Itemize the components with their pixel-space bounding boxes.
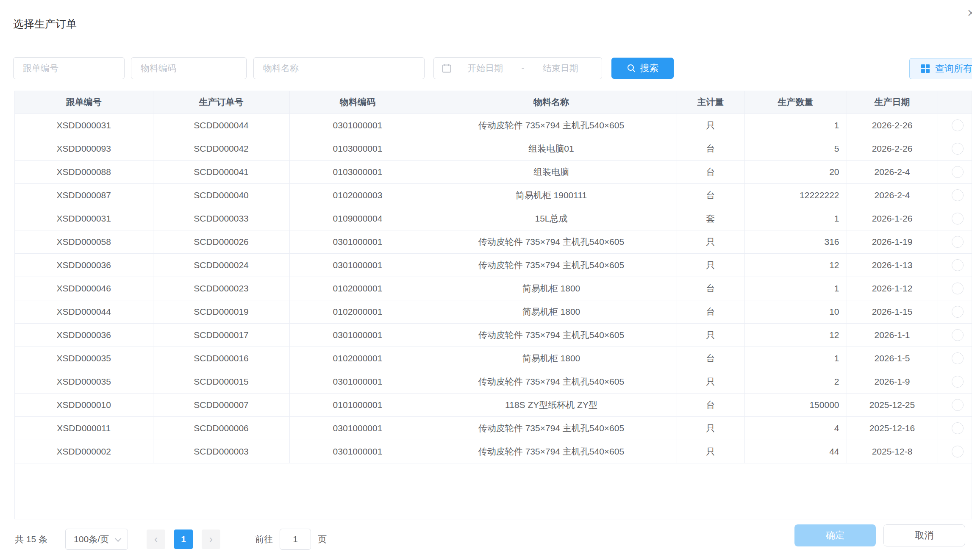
row-radio[interactable]	[952, 376, 964, 388]
goto-label: 前往	[255, 533, 273, 545]
table-row[interactable]: XSDD000088SCDD0000410103000001组装电脑台20202…	[15, 160, 972, 183]
table-row[interactable]: XSDD000046SCDD0000230102000001简易机柜 1800台…	[15, 277, 972, 300]
cell-select	[938, 300, 972, 323]
cell-order_no: SCDD000024	[153, 253, 289, 277]
table-row[interactable]: XSDD000058SCDD0000260301000001传动皮轮件 735×…	[15, 230, 972, 253]
row-radio[interactable]	[952, 283, 964, 294]
cell-follow_no: XSDD000031	[15, 207, 153, 230]
table-row[interactable]: XSDD000011SCDD0000060301000001传动皮轮件 735×…	[15, 416, 972, 440]
cell-date: 2026-2-26	[847, 137, 938, 160]
cell-material_name: 传动皮轮件 735×794 主机孔540×605	[426, 323, 677, 347]
cell-material_code: 0109000004	[289, 207, 426, 230]
cell-material_name: 传动皮轮件 735×794 主机孔540×605	[426, 114, 677, 137]
row-radio[interactable]	[952, 189, 964, 201]
orders-table: 跟单编号生产订单号物料编码物料名称主计量生产数量生产日期 XSDD000031S…	[14, 91, 972, 519]
cell-date: 2025-12-16	[847, 416, 938, 440]
table-row[interactable]: XSDD000010SCDD0000070101000001118S ZY型纸杯…	[15, 393, 972, 416]
cell-material_name: 15L总成	[426, 207, 677, 230]
date-separator: -	[519, 63, 527, 73]
page-suffix-label: 页	[318, 533, 327, 545]
row-radio[interactable]	[952, 422, 964, 434]
cell-quantity: 12	[744, 253, 847, 277]
row-radio[interactable]	[952, 236, 964, 248]
column-header-unit: 主计量	[677, 91, 744, 114]
cell-material_name: 传动皮轮件 735×794 主机孔540×605	[426, 440, 677, 463]
cell-select	[938, 114, 972, 137]
confirm-button[interactable]: 确定	[794, 524, 876, 546]
cell-material_code: 0102000001	[289, 300, 426, 323]
column-header-follow_no: 跟单编号	[15, 91, 153, 114]
cell-material_name: 传动皮轮件 735×794 主机孔540×605	[426, 253, 677, 277]
cell-follow_no: XSDD000088	[15, 160, 153, 183]
column-header-material_name: 物料名称	[426, 91, 677, 114]
next-page-button[interactable]: ›	[202, 530, 220, 549]
table-row[interactable]: XSDD000036SCDD0000240301000001传动皮轮件 735×…	[15, 253, 972, 277]
prev-page-button[interactable]: ‹	[147, 530, 165, 549]
cell-select	[938, 137, 972, 160]
cell-unit: 只	[677, 114, 744, 137]
column-header-material_code: 物料编码	[289, 91, 426, 114]
goto-page-input[interactable]	[280, 529, 311, 550]
search-button-label: 搜索	[640, 62, 659, 75]
cell-date: 2025-12-25	[847, 393, 938, 416]
row-radio[interactable]	[952, 446, 964, 457]
cell-material_code: 0301000001	[289, 323, 426, 347]
date-end-placeholder[interactable]: 结束日期	[527, 62, 594, 74]
close-icon[interactable]: ×	[967, 6, 972, 19]
cell-order_no: SCDD000003	[153, 440, 289, 463]
row-radio[interactable]	[952, 259, 964, 271]
follow-no-input[interactable]	[13, 57, 125, 79]
cell-order_no: SCDD000026	[153, 230, 289, 253]
row-radio[interactable]	[952, 329, 964, 341]
total-count-label: 共 15 条	[15, 533, 47, 545]
cell-select	[938, 230, 972, 253]
table-body: XSDD000031SCDD0000440301000001传动皮轮件 735×…	[15, 114, 972, 463]
cell-material_code: 0101000001	[289, 393, 426, 416]
cell-order_no: SCDD000033	[153, 207, 289, 230]
cell-order_no: SCDD000007	[153, 393, 289, 416]
date-range-picker[interactable]: 开始日期 - 结束日期	[433, 57, 602, 79]
cell-quantity: 5	[744, 137, 847, 160]
date-start-placeholder[interactable]: 开始日期	[452, 62, 519, 74]
cell-follow_no: XSDD000011	[15, 416, 153, 440]
cell-quantity: 316	[744, 230, 847, 253]
row-radio[interactable]	[952, 119, 964, 131]
cell-follow_no: XSDD000087	[15, 183, 153, 207]
current-page-button[interactable]: 1	[174, 530, 193, 549]
cell-unit: 只	[677, 323, 744, 347]
cell-date: 2026-2-4	[847, 160, 938, 183]
cell-order_no: SCDD000016	[153, 347, 289, 370]
search-button[interactable]: 搜索	[611, 58, 674, 79]
cell-date: 2026-1-5	[847, 347, 938, 370]
table-row[interactable]: XSDD000093SCDD0000420103000001组装电脑01台520…	[15, 137, 972, 160]
search-icon	[627, 64, 636, 73]
table-row[interactable]: XSDD000044SCDD0000190102000001简易机柜 1800台…	[15, 300, 972, 323]
material-name-input[interactable]	[253, 57, 425, 79]
row-radio[interactable]	[952, 143, 964, 155]
page-size-select[interactable]: 100条/页	[65, 529, 128, 550]
cell-material_name: 简易机柜 1800	[426, 277, 677, 300]
table-row[interactable]: XSDD000087SCDD0000400102000003简易机柜 19001…	[15, 183, 972, 207]
cell-quantity: 12222222	[744, 183, 847, 207]
cell-order_no: SCDD000006	[153, 416, 289, 440]
row-radio[interactable]	[952, 166, 964, 178]
cell-material_code: 0301000001	[289, 440, 426, 463]
cell-material_name: 传动皮轮件 735×794 主机孔540×605	[426, 230, 677, 253]
row-radio[interactable]	[952, 306, 964, 318]
column-header-date: 生产日期	[847, 91, 938, 114]
cancel-button[interactable]: 取消	[883, 524, 965, 546]
query-all-button[interactable]: 查询所有	[909, 58, 972, 79]
row-radio[interactable]	[952, 352, 964, 364]
table-row[interactable]: XSDD000035SCDD0000150301000001传动皮轮件 735×…	[15, 370, 972, 393]
table-row[interactable]: XSDD000002SCDD0000030301000001传动皮轮件 735×…	[15, 440, 972, 463]
cell-select	[938, 347, 972, 370]
cell-material_code: 0301000001	[289, 253, 426, 277]
table-row[interactable]: XSDD000031SCDD0000440301000001传动皮轮件 735×…	[15, 114, 972, 137]
cell-follow_no: XSDD000035	[15, 347, 153, 370]
table-row[interactable]: XSDD000035SCDD0000160102000001简易机柜 1800台…	[15, 347, 972, 370]
row-radio[interactable]	[952, 399, 964, 411]
row-radio[interactable]	[952, 213, 964, 225]
table-row[interactable]: XSDD000031SCDD000033010900000415L总成套1202…	[15, 207, 972, 230]
table-row[interactable]: XSDD000036SCDD0000170301000001传动皮轮件 735×…	[15, 323, 972, 347]
material-code-input[interactable]	[131, 57, 247, 79]
